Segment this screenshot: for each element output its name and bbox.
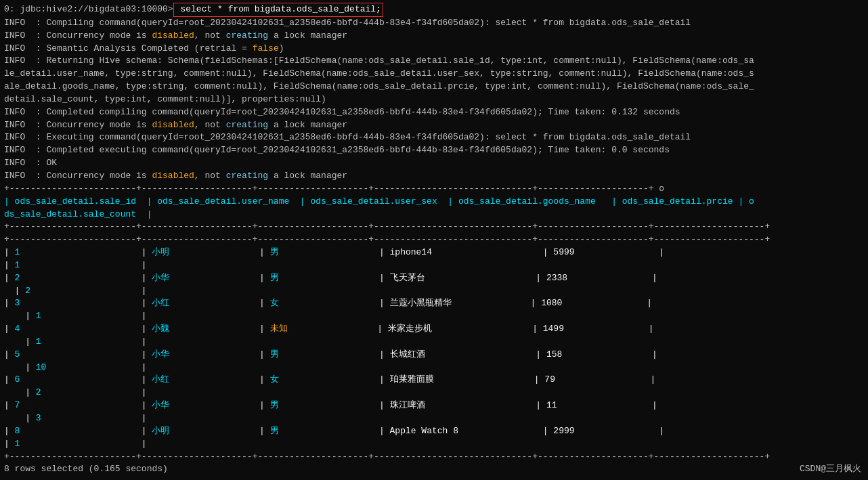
table-header-row: | ods_sale_detail.sale_id | ods_sale_det…: [4, 196, 864, 209]
info-line-10: INFO : Concurrency mode is disabled, not…: [4, 170, 864, 183]
info-line-9: INFO : OK: [4, 157, 864, 170]
disabled-span2: disabled: [152, 120, 194, 130]
creating-span3: creating: [226, 171, 268, 181]
table-sep-bottom: +------------------------+--------------…: [4, 451, 864, 464]
prompt: 0: jdbc:hive2://bigdata03:10000>: [4, 3, 173, 16]
info-line-3: INFO : Semantic Analysis Completed (retr…: [4, 43, 864, 56]
table-row-5a: | 5 | 小华 | 男 | 长城红酒 | 158 |: [4, 349, 864, 362]
terminal-window: 0: jdbc:hive2://bigdata03:10000> select …: [0, 0, 868, 480]
false-span: false: [253, 43, 279, 53]
table-row-4a: | 4 | 小魏 | 未知 | 米家走步机 | 1499 |: [4, 323, 864, 336]
prompt-line: 0: jdbc:hive2://bigdata03:10000> select …: [4, 3, 864, 17]
table-sep-mid: +------------------------+--------------…: [4, 221, 864, 234]
creating-span: creating: [226, 30, 268, 41]
info-line-2: INFO : Concurrency mode is disabled, not…: [4, 30, 864, 43]
table-row-8b: | 1 |: [4, 438, 864, 451]
table-row-1b: | 1 |: [4, 259, 864, 272]
table-row-1a: | 1 | 小明 | 男 | iphone14 | 5999 |: [4, 246, 864, 259]
table-row-2a: | 2 | 小华 | 男 | 飞天茅台 | 2338 |: [4, 272, 864, 285]
creating-span2: creating: [226, 120, 268, 130]
sql-command: select * from bigdata.ods_sale_detail;: [173, 3, 383, 17]
table-row-7b: | 3 |: [4, 412, 864, 425]
table-row-2b: | 2 |: [4, 285, 864, 298]
table-row-6b: | 2 |: [4, 387, 864, 399]
table-row-4b: | 1 |: [4, 336, 864, 349]
info-line-4: INFO : Returning Hive schema: Schema(fie…: [4, 55, 864, 106]
info-line-7: INFO : Executing command(queryId=root_20…: [4, 131, 864, 144]
table-header-row2: ds_sale_detail.sale_count |: [4, 209, 864, 221]
disabled-span3: disabled: [152, 171, 194, 181]
info-line-8: INFO : Completed executing command(query…: [4, 144, 864, 157]
table-row-7a: | 7 | 小华 | 男 | 珠江啤酒 | 11 |: [4, 399, 864, 412]
table-row-3a: | 3 | 小红 | 女 | 兰蔻小黑瓶精华 | 1080 |: [4, 297, 864, 310]
csdn-watermark: CSDN@三月枫火: [800, 462, 861, 475]
table-row-8a: | 8 | 小明 | 男 | Apple Watch 8 | 2999 |: [4, 425, 864, 438]
table-sep-top: +------------------------+--------------…: [4, 183, 864, 196]
info-line-6: INFO : Concurrency mode is disabled, not…: [4, 119, 864, 132]
info-line-5: INFO : Completed compiling command(query…: [4, 106, 864, 119]
disabled-span: disabled: [152, 30, 194, 41]
table-sep-dashes: +------------------------+--------------…: [4, 234, 864, 246]
table-row-6a: | 6 | 小红 | 女 | 珀莱雅面膜 | 79 |: [4, 374, 864, 387]
table-row-5b: | 10 |: [4, 362, 864, 374]
info-line-1: INFO : Compiling command(queryId=root_20…: [4, 17, 864, 30]
footer-result: 8 rows selected (0.165 seconds): [4, 463, 864, 476]
table-row-3b: | 1 |: [4, 310, 864, 323]
